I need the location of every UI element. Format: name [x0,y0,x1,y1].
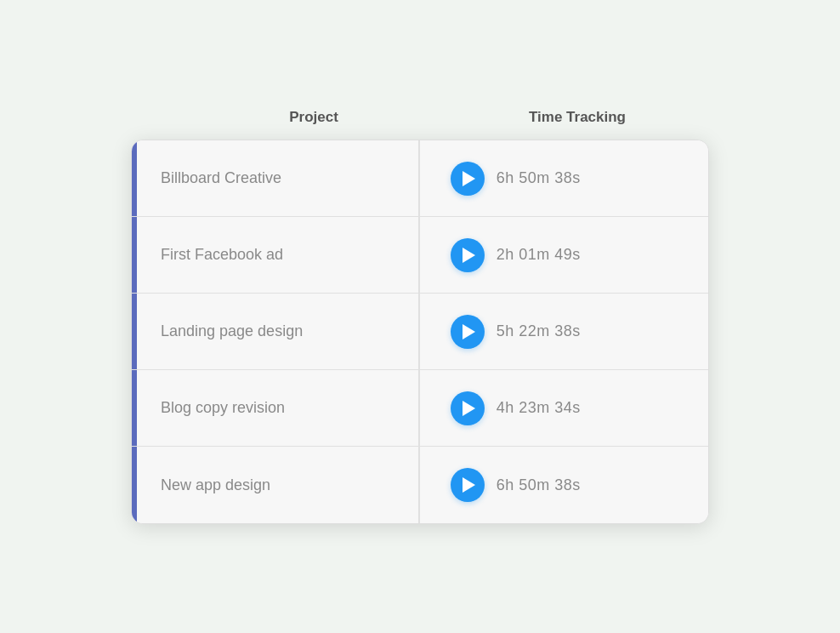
table-row: Landing page design 5h 22m 38s [132,294,708,370]
time-value: 2h 01m 49s [497,246,581,264]
time-value: 6h 50m 38s [497,476,581,494]
table-header: Project Time Tracking [131,109,709,140]
project-name: Landing page design [137,322,418,340]
time-tracking-card: Billboard Creative 6h 50m 38s First Face… [131,140,709,524]
time-cell: 6h 50m 38s [420,468,708,502]
time-cell: 6h 50m 38s [420,162,708,196]
play-icon [463,248,475,263]
play-button[interactable] [451,315,485,349]
play-button[interactable] [451,162,485,196]
main-container: Project Time Tracking Billboard Creative… [131,109,709,524]
table-row: Blog copy revision 4h 23m 34s [132,370,708,447]
table-row: New app design 6h 50m 38s [132,447,708,523]
project-name: New app design [137,476,418,494]
play-button[interactable] [451,468,485,502]
table-row: Billboard Creative 6h 50m 38s [132,140,708,217]
project-header: Project [148,109,429,126]
time-cell: 2h 01m 49s [420,238,708,272]
project-name: Billboard Creative [137,169,418,187]
play-icon [463,171,475,186]
table-row: First Facebook ad 2h 01m 49s [132,217,708,294]
play-button[interactable] [451,391,485,425]
play-icon [463,324,475,339]
play-icon [463,477,475,493]
time-cell: 5h 22m 38s [420,315,708,349]
project-name: First Facebook ad [137,246,418,264]
play-button[interactable] [451,238,485,272]
play-icon [463,401,475,416]
time-value: 5h 22m 38s [497,322,581,340]
time-cell: 4h 23m 34s [420,391,708,425]
time-value: 4h 23m 34s [497,399,581,417]
project-name: Blog copy revision [137,399,418,417]
time-header: Time Tracking [429,109,692,126]
time-value: 6h 50m 38s [497,169,581,187]
